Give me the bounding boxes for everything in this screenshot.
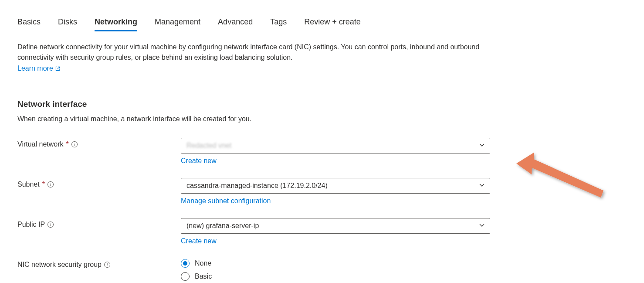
- info-icon[interactable]: i: [104, 262, 110, 268]
- network-interface-heading: Network interface: [17, 99, 627, 109]
- select-virtual-network-value: Redacted vnet: [186, 142, 231, 150]
- info-icon[interactable]: i: [47, 222, 54, 228]
- learn-more-link[interactable]: Learn more: [17, 65, 61, 72]
- radio-group-nsg: None Basic: [181, 258, 490, 281]
- radio-icon: [181, 272, 190, 281]
- tab-disks[interactable]: Disks: [58, 17, 77, 31]
- row-nsg: NIC network security group i None Basic: [17, 258, 627, 281]
- radio-label-basic: Basic: [195, 273, 212, 280]
- chevron-down-icon: [478, 222, 485, 230]
- tab-review[interactable]: Review + create: [304, 17, 361, 31]
- row-public-ip: Public IP i (new) grafana-server-ip Crea…: [17, 218, 627, 245]
- tab-advanced[interactable]: Advanced: [218, 17, 253, 31]
- chevron-down-icon: [478, 181, 485, 190]
- select-public-ip-value: (new) grafana-server-ip: [186, 222, 259, 230]
- select-subnet-value: cassandra-managed-instance (172.19.2.0/2…: [186, 182, 328, 190]
- tab-basics[interactable]: Basics: [17, 17, 41, 31]
- networking-description: Define network connectivity for your vir…: [17, 42, 488, 63]
- select-public-ip[interactable]: (new) grafana-server-ip: [181, 218, 490, 234]
- required-asterisk: *: [66, 140, 69, 148]
- row-virtual-network: Virtual network * i Redacted vnet Create…: [17, 138, 627, 165]
- select-subnet[interactable]: cassandra-managed-instance (172.19.2.0/2…: [181, 178, 490, 194]
- tab-management[interactable]: Management: [155, 17, 200, 31]
- label-public-ip-text: Public IP: [17, 221, 45, 228]
- link-manage-subnet[interactable]: Manage subnet configuration: [181, 197, 271, 205]
- select-virtual-network[interactable]: Redacted vnet: [181, 138, 490, 153]
- label-nsg-text: NIC network security group: [17, 261, 102, 269]
- radio-label-none: None: [195, 259, 211, 267]
- label-public-ip: Public IP i: [17, 218, 181, 228]
- tab-tags[interactable]: Tags: [270, 17, 287, 31]
- link-create-new-vnet[interactable]: Create new: [181, 157, 217, 165]
- network-interface-subtext: When creating a virtual machine, a netwo…: [17, 115, 627, 123]
- tabs-nav: Basics Disks Networking Management Advan…: [17, 17, 627, 31]
- learn-more-text: Learn more: [17, 65, 53, 72]
- info-icon[interactable]: i: [47, 181, 54, 188]
- label-virtual-network-text: Virtual network: [17, 140, 64, 148]
- required-asterisk: *: [42, 181, 45, 188]
- external-link-icon: [55, 65, 61, 72]
- link-create-new-public-ip[interactable]: Create new: [181, 237, 217, 245]
- radio-nsg-basic[interactable]: Basic: [181, 272, 490, 281]
- label-subnet: Subnet * i: [17, 178, 181, 188]
- row-subnet: Subnet * i cassandra-managed-instance (1…: [17, 178, 627, 205]
- label-nsg: NIC network security group i: [17, 258, 181, 269]
- label-subnet-text: Subnet: [17, 181, 40, 188]
- chevron-down-icon: [478, 141, 485, 150]
- label-virtual-network: Virtual network * i: [17, 138, 181, 148]
- radio-nsg-none[interactable]: None: [181, 259, 490, 268]
- tab-networking[interactable]: Networking: [95, 17, 137, 31]
- radio-icon: [181, 259, 190, 268]
- info-icon[interactable]: i: [71, 141, 78, 147]
